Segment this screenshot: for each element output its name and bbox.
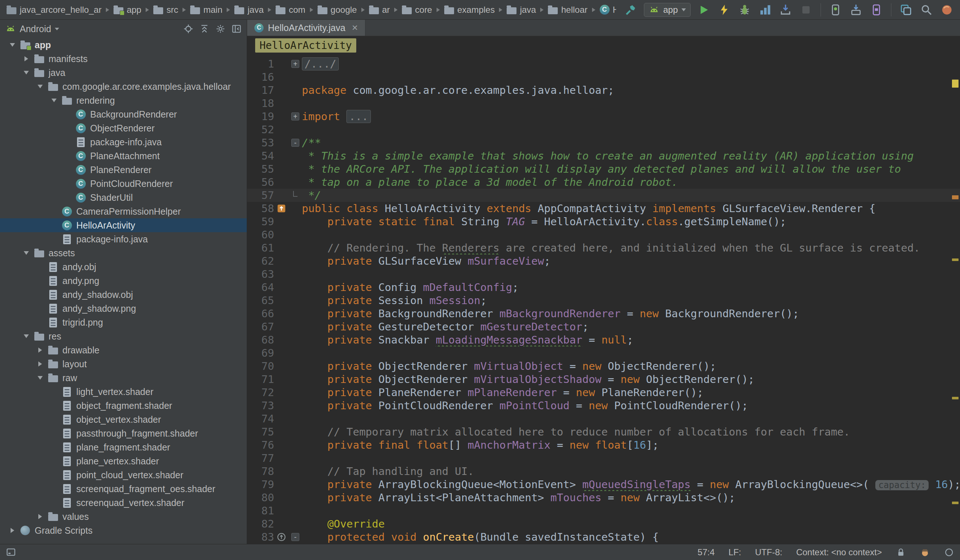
- error-stripe[interactable]: [950, 56, 960, 544]
- line-number[interactable]: 63: [250, 267, 274, 281]
- tree-item[interactable]: CHelloArActivity: [0, 218, 247, 232]
- tree-item[interactable]: object_vertex.shader: [0, 413, 247, 426]
- tree-item[interactable]: screenquad_vertex.shader: [0, 496, 247, 510]
- line-number[interactable]: 55: [250, 162, 274, 176]
- code-text[interactable]: protected void onCreate(Bundle savedInst…: [302, 530, 960, 544]
- collapse-all-icon[interactable]: [199, 24, 210, 34]
- locate-icon[interactable]: [183, 24, 194, 34]
- tree-item[interactable]: package-info.java: [0, 135, 247, 149]
- line-number[interactable]: 77: [250, 451, 274, 465]
- chevron-expanded-icon[interactable]: [20, 334, 32, 338]
- run-config-dropdown[interactable]: app: [644, 3, 691, 17]
- line-number[interactable]: 60: [250, 228, 274, 241]
- breadcrumb-item[interactable]: helloar: [547, 4, 588, 16]
- chevron-expanded-icon[interactable]: [34, 85, 46, 88]
- code-text[interactable]: private static final String TAG = HelloA…: [302, 215, 960, 228]
- tree-item[interactable]: plane_vertex.shader: [0, 454, 247, 468]
- tree-item[interactable]: CCameraPermissionHelper: [0, 205, 247, 218]
- chevron-collapsed-icon[interactable]: [6, 528, 19, 533]
- sync-status-button[interactable]: [939, 3, 954, 17]
- warning-stripe-mark[interactable]: [952, 258, 958, 261]
- line-number[interactable]: 18: [250, 97, 274, 110]
- line-number[interactable]: 70: [250, 360, 274, 373]
- breadcrumb-item[interactable]: CHelloArActivity: [599, 4, 616, 16]
- warning-stripe-mark[interactable]: [952, 397, 958, 399]
- tree-item[interactable]: assets: [0, 246, 247, 260]
- code-text[interactable]: private final float[] mAnchorMatrix = ne…: [302, 438, 960, 451]
- caret-position[interactable]: 57:4: [698, 547, 715, 557]
- chevron-expanded-icon[interactable]: [48, 99, 60, 102]
- tree-item[interactable]: andy_shadow.png: [0, 302, 247, 315]
- sdk-manager-button[interactable]: [849, 3, 863, 17]
- tree-item[interactable]: andy.obj: [0, 260, 247, 274]
- code-text[interactable]: // Tap handling and UI.: [302, 465, 960, 478]
- line-number[interactable]: 57: [250, 189, 274, 202]
- code-text[interactable]: [302, 97, 960, 110]
- breadcrumb-item[interactable]: google: [317, 4, 358, 16]
- tree-item[interactable]: res: [0, 329, 247, 343]
- code-text[interactable]: [302, 267, 960, 281]
- tree-item[interactable]: Gradle Scripts: [0, 523, 247, 538]
- line-number[interactable]: 62: [250, 254, 274, 267]
- line-number[interactable]: 82: [250, 517, 274, 530]
- code-text[interactable]: private GLSurfaceView mSurfaceView;: [302, 254, 960, 267]
- profiler-button[interactable]: [758, 3, 772, 17]
- file-encoding[interactable]: UTF-8:: [755, 547, 782, 557]
- chevron-expanded-icon[interactable]: [20, 251, 32, 255]
- code-text[interactable]: private ArrayList<PlaneAttachment> mTouc…: [302, 491, 960, 504]
- code-text[interactable]: private PlaneRenderer mPlaneRenderer = n…: [302, 386, 960, 399]
- code-text[interactable]: import ...: [302, 110, 960, 123]
- fold-expand-icon[interactable]: +: [291, 112, 299, 120]
- tree-item[interactable]: CPlaneAttachment: [0, 149, 247, 163]
- editor-tab[interactable]: C HelloArActivity.java ×: [247, 20, 365, 36]
- code-text[interactable]: * the ARCore API. The application will d…: [302, 162, 960, 176]
- inspections-profile-icon[interactable]: [920, 547, 930, 557]
- settings-gear-icon[interactable]: [215, 24, 226, 34]
- tree-item[interactable]: com.google.ar.core.examples.java.helloar: [0, 80, 247, 93]
- project-view-selector[interactable]: Android: [20, 24, 51, 34]
- line-number[interactable]: 53: [250, 136, 274, 149]
- line-number[interactable]: 16: [250, 70, 274, 83]
- chevron-expanded-icon[interactable]: [20, 71, 32, 74]
- code-text[interactable]: private ObjectRenderer mVirtualObjectSha…: [302, 373, 960, 386]
- layout-inspector-button[interactable]: [899, 3, 913, 17]
- tree-item[interactable]: rendering: [0, 93, 247, 107]
- attach-debugger-button[interactable]: [778, 3, 793, 17]
- tree-item[interactable]: light_vertex.shader: [0, 385, 247, 398]
- warning-stripe-mark[interactable]: [952, 502, 958, 504]
- override-marker-icon[interactable]: [274, 530, 289, 544]
- chevron-down-icon[interactable]: [55, 28, 59, 30]
- tree-item[interactable]: CBackgroundRenderer: [0, 107, 247, 121]
- line-number[interactable]: 19: [250, 110, 274, 123]
- chevron-collapsed-icon[interactable]: [34, 347, 46, 353]
- code-text[interactable]: [302, 504, 960, 517]
- code-text[interactable]: [302, 412, 960, 425]
- line-number[interactable]: 79: [250, 478, 274, 491]
- line-number[interactable]: 68: [250, 333, 274, 346]
- editor-breadcrumb-item[interactable]: HelloArActivity: [255, 38, 356, 53]
- tree-item[interactable]: app: [0, 38, 247, 52]
- toolwindow-toggle-icon[interactable]: [6, 547, 16, 557]
- line-separator[interactable]: LF:: [729, 547, 741, 557]
- code-text[interactable]: private PointCloudRenderer mPointCloud =…: [302, 399, 960, 412]
- line-number[interactable]: 76: [250, 438, 274, 451]
- code-text[interactable]: private ArrayBlockingQueue<MotionEvent> …: [302, 478, 960, 491]
- device-file-explorer-button[interactable]: [869, 3, 884, 17]
- code-editor[interactable]: 1+/.../1617package com.google.ar.core.ex…: [247, 54, 960, 544]
- close-icon[interactable]: ×: [352, 22, 358, 34]
- line-number[interactable]: 58: [250, 202, 274, 215]
- chevron-collapsed-icon[interactable]: [34, 362, 46, 366]
- code-text[interactable]: */: [302, 189, 960, 202]
- code-text[interactable]: private Session mSession;: [302, 294, 960, 307]
- line-number[interactable]: 17: [250, 83, 274, 97]
- tree-item[interactable]: package-info.java: [0, 232, 247, 246]
- breadcrumb-item[interactable]: java: [234, 4, 264, 16]
- line-number[interactable]: 66: [250, 307, 274, 320]
- code-text[interactable]: * tap on a plane to place a 3d model of …: [302, 176, 960, 189]
- status-circle-icon[interactable]: [944, 547, 954, 557]
- code-text[interactable]: * This is a simple example that shows ho…: [302, 149, 960, 162]
- line-number[interactable]: 71: [250, 373, 274, 386]
- code-text[interactable]: [302, 451, 960, 465]
- resource-context[interactable]: Context: <no context>: [796, 547, 882, 557]
- breadcrumb-item[interactable]: main: [189, 4, 223, 16]
